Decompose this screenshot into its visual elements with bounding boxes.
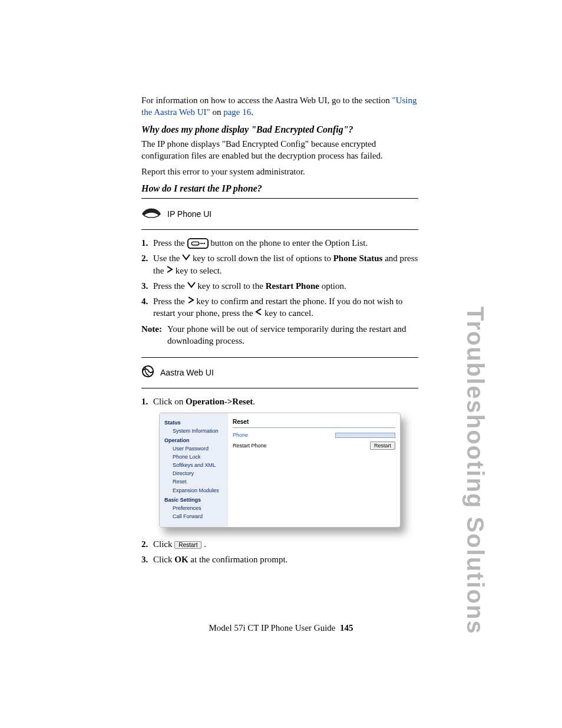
row-restart-label: Restart Phone: [233, 442, 370, 449]
note-label: Note:: [141, 323, 166, 347]
ip-phone-ui-label: IP Phone UI: [167, 209, 211, 220]
t: key to scroll down the list of options t…: [193, 253, 333, 263]
row-phone-label: Phone: [233, 431, 335, 439]
sidebar-item-user-password[interactable]: User Password: [164, 445, 228, 452]
intro-paragraph: For information on how to access the Aas…: [141, 94, 418, 118]
aastra-web-ui-label: Aastra Web UI: [160, 367, 214, 378]
t: key to cancel.: [265, 308, 313, 318]
step-3-text: Press the key to scroll to the Restart P…: [153, 280, 418, 292]
phone-steps: 1. Press the button on the phone to ente…: [141, 237, 418, 319]
down-arrow-icon: [182, 253, 190, 262]
web-ui-row-restart: Restart Phone Restart: [233, 442, 395, 450]
sidebar-item-phone-lock[interactable]: Phone Lock: [164, 453, 228, 460]
sidebar-item-softkeys-xml[interactable]: Softkeys and XML: [164, 462, 228, 469]
step-number: 2.: [141, 538, 153, 550]
sidebar-group-operation: Operation: [164, 437, 228, 444]
footer-page-number: 145: [340, 623, 353, 633]
t: .: [253, 397, 255, 406]
t: Click on: [153, 397, 186, 406]
step-number: 3.: [141, 280, 153, 292]
t: Click: [153, 539, 174, 549]
web-ui-row-phone: Phone: [233, 431, 395, 439]
side-section-label: Troubleshooting Solutions: [459, 307, 491, 635]
web-steps-cont: 2. Click Restart . 3. Click OK at the co…: [141, 538, 418, 566]
intro-page-ref-before: on: [210, 107, 224, 117]
q2-heading: How do I restart the IP phone?: [141, 182, 418, 195]
t: key to scroll to the: [197, 281, 265, 291]
left-arrow-icon: [255, 308, 262, 317]
sidebar-item-system-information[interactable]: System Information: [164, 427, 228, 434]
right-arrow-icon: [166, 266, 173, 275]
intro-text: For information on how to access the Aas…: [141, 95, 392, 105]
globe-icon: [141, 365, 154, 381]
page-footer: Model 57i CT IP Phone User Guide 145: [0, 622, 562, 634]
step-number: 4.: [141, 295, 153, 319]
web-step-3: Click OK at the confirmation prompt.: [153, 554, 418, 565]
intro-page-link[interactable]: page 16: [223, 107, 251, 117]
web-ui-panel: Status System Information Operation User…: [159, 413, 401, 528]
phone-icon: [141, 206, 161, 222]
divider-mid1: [141, 229, 418, 230]
t: option.: [322, 281, 346, 291]
divider-mid3: [141, 388, 418, 388]
t: at the confirmation prompt.: [189, 555, 288, 564]
t: Press the: [153, 238, 187, 248]
down-arrow-icon: [187, 281, 196, 290]
svg-rect-0: [187, 239, 207, 248]
sidebar-item-reset[interactable]: Reset: [164, 478, 228, 485]
t: Use the: [153, 253, 182, 263]
web-ui-sidebar: Status System Information Operation User…: [160, 413, 228, 528]
ip-phone-ui-block: IP Phone UI: [141, 202, 418, 225]
sidebar-group-status: Status: [164, 419, 228, 426]
step-number: 3.: [141, 554, 153, 565]
aastra-web-ui-block: Aastra Web UI: [141, 361, 418, 384]
bold: Restart Phone: [266, 281, 319, 291]
q1-heading: Why does my phone display "Bad Encrypted…: [141, 123, 418, 136]
step-number: 1.: [141, 396, 153, 407]
options-key-icon: [187, 238, 209, 249]
restart-button-inline[interactable]: Restart: [174, 541, 201, 549]
web-step-1: Click on Operation->Reset.: [153, 396, 418, 407]
note: Note: Your phone will be out of service …: [141, 323, 418, 347]
sidebar-group-basic: Basic Settings: [164, 496, 228, 503]
bold: OK: [174, 555, 188, 564]
row-phone-bar: [335, 433, 395, 438]
web-step-2: Click Restart .: [153, 538, 418, 550]
t: Click: [153, 555, 174, 564]
sidebar-item-preferences[interactable]: Preferences: [164, 505, 228, 512]
step-number: 1.: [141, 237, 153, 249]
svg-point-3: [203, 243, 204, 244]
t: Press the: [153, 281, 187, 291]
divider-mid2: [141, 357, 418, 358]
restart-button[interactable]: Restart: [370, 442, 395, 450]
t: key to select.: [176, 266, 222, 275]
q1-action: Report this error to your system adminis…: [141, 166, 418, 177]
sidebar-item-expansion-modules[interactable]: Expansion Modules: [164, 487, 228, 494]
step-2-text: Use the key to scroll down the list of o…: [153, 252, 418, 276]
note-text: Your phone will be out of service tempor…: [167, 323, 418, 347]
web-ui-main: Reset Phone Restart Phone Restart: [228, 413, 400, 528]
step-number: 2.: [141, 252, 153, 276]
footer-text: Model 57i CT IP Phone User Guide: [209, 623, 336, 633]
t: Press the: [153, 297, 187, 306]
bold: Phone Status: [333, 253, 383, 263]
t: .: [204, 539, 206, 549]
web-ui-title: Reset: [233, 418, 395, 429]
sidebar-item-call-forward[interactable]: Call Forward: [164, 513, 228, 520]
intro-period: .: [251, 107, 253, 117]
right-arrow-icon: [187, 297, 194, 305]
step-4-text: Press the key to confirm and restart the…: [153, 295, 418, 319]
divider-top: [141, 198, 418, 199]
web-steps: 1. Click on Operation->Reset.: [141, 396, 418, 407]
sidebar-item-directory[interactable]: Directory: [164, 470, 228, 477]
step-1-text: Press the button on the phone to enter t…: [153, 237, 418, 249]
q1-paragraph: The IP phone displays "Bad Encrypted Con…: [141, 138, 418, 162]
t: button on the phone to enter the Option …: [210, 238, 368, 248]
bold: Operation->Reset: [186, 397, 253, 406]
